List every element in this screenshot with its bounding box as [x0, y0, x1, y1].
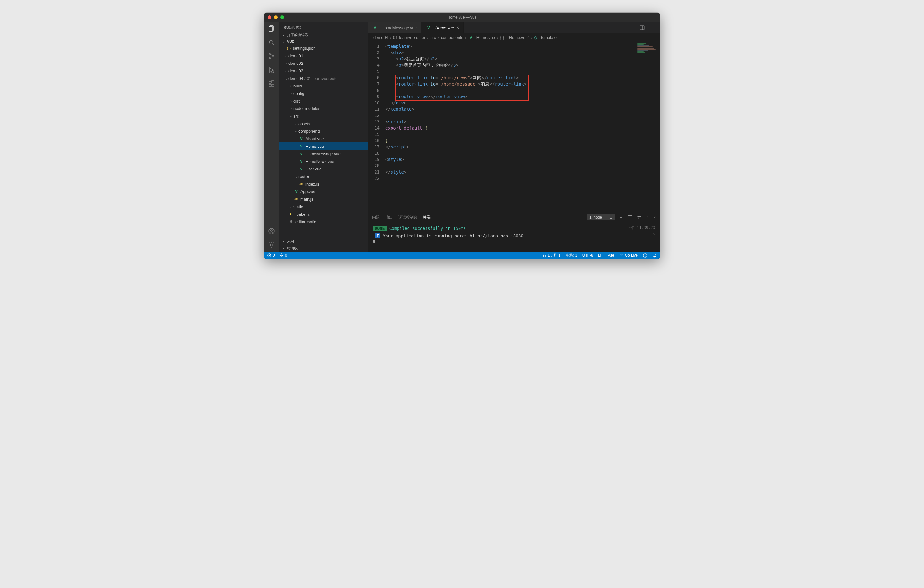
close-panel-icon[interactable]: × [653, 215, 656, 219]
status-feedback-icon[interactable] [643, 253, 648, 258]
svg-point-17 [271, 244, 272, 246]
breadcrumb-item[interactable]: demo04 [373, 35, 388, 40]
close-tab-icon[interactable]: × [456, 25, 459, 30]
tree-folder-node-modules[interactable]: ›node_modules [279, 105, 368, 112]
section-timeline[interactable]: ›时间线 [279, 245, 368, 252]
breadcrumb-item[interactable]: 01-learnvuerouter [393, 35, 426, 40]
terminal-line: Your application is running here: http:/… [380, 233, 523, 238]
account-icon[interactable] [267, 227, 276, 235]
status-errors[interactable]: 0 [267, 253, 275, 257]
svg-rect-12 [269, 84, 271, 86]
breadcrumb-item[interactable]: { } "Home.vue" [500, 35, 529, 40]
new-terminal-icon[interactable]: ＋ [619, 215, 623, 220]
info-badge: I [375, 233, 380, 238]
section-label: VUE [287, 40, 294, 43]
section-open-editors[interactable]: ›打开的编辑器 [279, 32, 368, 38]
tree-file-home-news[interactable]: VHomeNews.vue [279, 158, 368, 165]
tree-file-index-js[interactable]: JSindex.js [279, 180, 368, 188]
svg-point-2 [269, 40, 273, 44]
warning-icon: ⚠ [653, 231, 655, 236]
section-outline[interactable]: ›大纲 [279, 238, 368, 245]
activity-bar [264, 22, 279, 252]
status-spaces[interactable]: 空格: 2 [566, 253, 577, 258]
split-terminal-icon[interactable] [627, 215, 632, 220]
panel-tab-debug[interactable]: 调试控制台 [398, 214, 417, 221]
svg-rect-11 [269, 81, 271, 84]
split-editor-icon[interactable] [639, 25, 645, 31]
vscode-window: Home.vue — vue [264, 13, 660, 259]
terminal-select[interactable]: 1: node⌄ [587, 214, 615, 221]
editor-area: VHomeMessage.vue VHome.vue× ··· demo04› … [368, 22, 660, 252]
status-bell-icon[interactable] [653, 253, 657, 257]
tree-folder-assets[interactable]: ›assets [279, 120, 368, 127]
editor-tabs: VHomeMessage.vue VHome.vue× ··· [368, 22, 660, 33]
settings-gear-icon[interactable] [267, 241, 276, 249]
tree-folder-build[interactable]: ›build [279, 82, 368, 90]
panel-tab-problems[interactable]: 问题 [372, 214, 380, 221]
svg-point-27 [621, 255, 622, 256]
tree-folder-components[interactable]: ⌄components [279, 127, 368, 135]
status-language[interactable]: Vue [607, 253, 614, 257]
svg-rect-14 [272, 81, 274, 83]
maximize-panel-icon[interactable]: ⌃ [646, 215, 649, 219]
breadcrumbs[interactable]: demo04› 01-learnvuerouter› src› componen… [368, 33, 660, 42]
tree-file-main-js[interactable]: JSmain.js [279, 195, 368, 203]
panel-tab-output[interactable]: 输出 [385, 214, 393, 221]
more-actions-icon[interactable]: ··· [650, 25, 656, 30]
tree-file-home[interactable]: VHome.vue [279, 142, 368, 150]
window-title: Home.vue — vue [264, 15, 660, 20]
breadcrumb-item[interactable]: VHome.vue [468, 35, 495, 40]
tree-file-app-vue[interactable]: VApp.vue [279, 188, 368, 195]
tree-file-editorconfig[interactable]: ⚙editorconfig [279, 218, 368, 226]
svg-point-16 [271, 229, 272, 231]
terminal-cursor: ▯ [373, 238, 655, 244]
tree-file-about[interactable]: VAbout.vue [279, 135, 368, 142]
search-icon[interactable] [267, 38, 276, 46]
explorer-sidebar: 资源管理器 ›打开的编辑器 ⌄VUE { }settings.json ›dem… [279, 22, 368, 252]
status-encoding[interactable]: UTF-8 [582, 253, 593, 257]
file-tree: { }settings.json ›demo01 ›demo02 ›demo03… [279, 44, 368, 238]
run-debug-icon[interactable] [267, 66, 276, 74]
section-project[interactable]: ⌄VUE [279, 38, 368, 44]
terminal-line: Compiled successfully in 150ms [387, 226, 466, 231]
svg-point-5 [269, 58, 271, 59]
code-editor[interactable]: 1<template> 2 <div> 3 <h2>我是首页</h2> 4 <p… [368, 42, 660, 184]
status-bar: 0 0 行 1，列 1 空格: 2 UTF-8 LF Vue Go Live [264, 252, 660, 259]
terminal[interactable]: 上午 11:39:23 ⚠ DONE Compiled successfully… [368, 222, 660, 252]
tree-folder-static[interactable]: ›static [279, 203, 368, 210]
tree-folder-config[interactable]: ›config [279, 90, 368, 97]
tree-folder-demo02[interactable]: ›demo02 [279, 59, 368, 67]
trash-icon[interactable] [637, 215, 642, 220]
breadcrumb-item[interactable]: ◇ template [534, 35, 557, 40]
tree-folder-src[interactable]: ⌄src [279, 112, 368, 120]
breadcrumb-item[interactable]: components [441, 35, 463, 40]
breadcrumb-item[interactable]: src [431, 35, 436, 40]
source-control-icon[interactable] [267, 52, 276, 60]
status-eol[interactable]: LF [598, 253, 602, 257]
tab-home[interactable]: VHome.vue× [421, 22, 464, 33]
titlebar: Home.vue — vue [264, 13, 660, 22]
svg-point-26 [281, 256, 282, 257]
tree-file-home-message[interactable]: VHomeMessage.vue [279, 150, 368, 158]
tree-folder-demo03[interactable]: ›demo03 [279, 67, 368, 74]
tree-file-babelrc[interactable]: B.babelrc [279, 210, 368, 218]
tree-folder-dist[interactable]: ›dist [279, 97, 368, 105]
tree-file-settings[interactable]: { }settings.json [279, 44, 368, 52]
section-label: 大纲 [287, 239, 294, 244]
tree-file-user[interactable]: VUser.vue [279, 165, 368, 173]
extensions-icon[interactable] [267, 80, 276, 88]
svg-point-28 [644, 254, 647, 257]
tree-folder-demo01[interactable]: ›demo01 [279, 52, 368, 59]
status-golive[interactable]: Go Live [619, 253, 638, 257]
tree-folder-router[interactable]: ⌄router [279, 173, 368, 180]
terminal-timestamp: 上午 11:39:23 [627, 225, 655, 231]
explorer-icon[interactable] [267, 25, 276, 33]
tree-folder-demo04[interactable]: ⌄demo04/ 01-learnvuerouter [279, 74, 368, 82]
status-ln-col[interactable]: 行 1，列 1 [543, 253, 561, 258]
tab-home-message[interactable]: VHomeMessage.vue [368, 22, 421, 33]
panel-tabs: 问题 输出 调试控制台 终端 1: node⌄ ＋ ⌃ × [368, 212, 660, 222]
sidebar-title: 资源管理器 [279, 22, 368, 32]
status-warnings[interactable]: 0 [279, 253, 287, 257]
panel-tab-terminal[interactable]: 终端 [423, 213, 431, 221]
svg-point-4 [269, 54, 271, 55]
